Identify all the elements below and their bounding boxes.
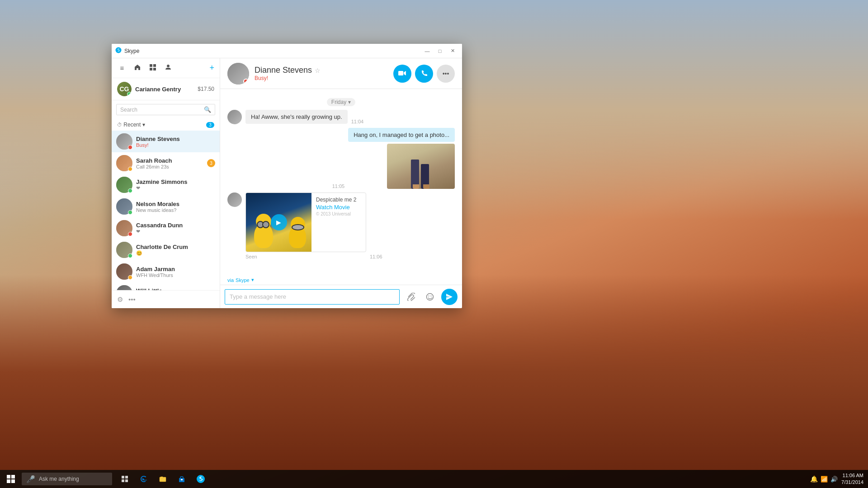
more-options-button[interactable]: ••• (437, 65, 455, 83)
contact-item-adam[interactable]: Adam Jarman WFH Wed/Thurs (112, 261, 220, 282)
contacts-list: Dianne Stevens Busy! Sarah Roach Call 26… (112, 131, 220, 290)
svg-rect-3 (125, 479, 128, 482)
svg-rect-13 (398, 71, 403, 75)
taskbar-search-input[interactable] (39, 476, 102, 482)
svg-point-8 (116, 47, 122, 53)
attach-file-button[interactable] (403, 289, 419, 305)
contact-info-adam: Adam Jarman WFH Wed/Thurs (136, 266, 215, 278)
contact-name: Dianne Stevens (136, 136, 215, 142)
status-busy-dot (128, 232, 132, 236)
status-online-dot (128, 210, 132, 215)
window-controls: — □ ✕ (421, 46, 458, 56)
search-box[interactable]: 🔍 (116, 104, 215, 115)
contact-info-nelson: Nelson Morales New music ideas? (136, 201, 215, 213)
title-bar: Skype — □ ✕ (112, 44, 462, 58)
recent-header[interactable]: ⏱ Recent ▾ 3 (112, 119, 220, 131)
more-options-icon[interactable]: ••• (128, 296, 136, 303)
contact-info-will: Will Little Offline this afternoon (136, 287, 215, 291)
profile-name: Carianne Gentry (135, 86, 194, 93)
contact-item-sarah[interactable]: Sarah Roach Call 26min 23s 3 (112, 152, 220, 174)
home-icon[interactable] (132, 64, 142, 72)
sidebar: ≡ + CG Carianne Gentry $17.50 (112, 58, 220, 308)
recent-label: Recent ▾ (122, 122, 206, 128)
message-input[interactable] (225, 289, 400, 305)
watch-movie-link[interactable]: Watch Movie (316, 204, 361, 211)
svg-rect-12 (153, 68, 156, 70)
play-button[interactable]: ▶ (271, 214, 287, 230)
skype-window: Skype — □ ✕ ≡ + (112, 44, 462, 308)
contact-item-charlotte[interactable]: Charlotte De Crum 😊 (112, 239, 220, 261)
hamburger-menu-icon[interactable]: ≡ (117, 64, 127, 72)
explorer-icon[interactable] (154, 470, 172, 488)
contact-name: Nelson Morales (136, 201, 215, 207)
seen-label: Seen (245, 254, 366, 259)
message-content-2: Hang on, I managed to get a photo... (348, 128, 455, 189)
profile-avatar: CG (117, 82, 132, 96)
video-call-button[interactable] (393, 65, 411, 83)
close-button[interactable]: ✕ (447, 46, 458, 56)
search-mic-icon: 🎤 (26, 475, 35, 483)
contact-avatar-charlotte (116, 242, 132, 258)
photo-attachment[interactable] (387, 144, 455, 189)
add-contact-button[interactable]: + (209, 63, 214, 73)
clock-time: 11:06 AM (841, 472, 863, 479)
taskbar-search-box[interactable]: 🎤 (22, 473, 112, 485)
date-label[interactable]: Friday ▾ (327, 98, 355, 106)
sidebar-profile[interactable]: CG Carianne Gentry $17.50 (112, 78, 220, 100)
svg-rect-11 (150, 68, 152, 70)
movie-info: Despicable me 2 Watch Movie © 2013 Unive… (311, 193, 366, 252)
star-icon[interactable]: ☆ (315, 67, 321, 74)
contact-item-nelson[interactable]: Nelson Morales New music ideas? (112, 196, 220, 217)
settings-icon[interactable]: ⚙ (117, 296, 123, 304)
skype-taskbar-icon[interactable] (192, 470, 210, 488)
svg-point-15 (429, 296, 429, 296)
message-bubble-2: Hang on, I managed to get a photo... (348, 128, 455, 142)
contact-name: Jazmine Simmons (136, 178, 215, 185)
recent-dot-icon: ⏱ (117, 122, 122, 127)
contacts-icon[interactable] (163, 64, 173, 72)
grid-icon[interactable] (148, 64, 158, 72)
svg-rect-10 (153, 64, 156, 67)
notifications-icon[interactable]: 🔔 (810, 475, 818, 483)
network-icon[interactable]: 📶 (821, 476, 828, 483)
maximize-button[interactable]: □ (434, 46, 446, 56)
status-online-dot (128, 188, 132, 193)
search-input[interactable] (120, 107, 201, 113)
minimize-button[interactable]: — (421, 46, 433, 56)
taskbar-clock[interactable]: 11:06 AM 7/31/2014 (841, 472, 863, 486)
send-button[interactable] (441, 289, 458, 305)
movie-card[interactable]: ▶ Despicable me 2 Watch Movie © 2013 Uni… (245, 192, 366, 252)
contact-item-cassandra[interactable]: Cassandra Dunn ❤ (112, 217, 220, 239)
date-separator: Friday ▾ (227, 98, 455, 106)
messages-area[interactable]: Friday ▾ Ha! Awww, she's really growing … (220, 89, 462, 275)
contact-name: Charlotte De Crum (136, 244, 215, 250)
message-row-3: ▶ Despicable me 2 Watch Movie © 2013 Uni… (227, 192, 455, 259)
contact-avatar-jazmine (116, 177, 132, 193)
task-view-icon[interactable] (116, 470, 134, 488)
voice-call-button[interactable] (415, 65, 433, 83)
store-icon[interactable] (173, 470, 191, 488)
taskbar-app-icons (116, 470, 210, 488)
contact-item-will[interactable]: Will Little Offline this afternoon (112, 282, 220, 290)
profile-balance: $17.50 (198, 86, 214, 92)
message-content-3: ▶ Despicable me 2 Watch Movie © 2013 Uni… (245, 192, 366, 259)
message-bubble-1: Ha! Awww, she's really growing up. (245, 110, 348, 124)
svg-rect-4 (160, 477, 166, 482)
chat-contact-status: Busy! (255, 75, 388, 81)
search-icon: 🔍 (204, 106, 211, 113)
message-row-2: Hang on, I managed to get a photo... (227, 128, 455, 189)
contact-status: Call 26min 23s (136, 164, 203, 169)
contact-status: New music ideas? (136, 207, 215, 213)
emoji-button[interactable] (422, 289, 438, 305)
skype-link[interactable]: Skype (236, 277, 250, 283)
contact-item-dianne[interactable]: Dianne Stevens Busy! (112, 131, 220, 152)
edge-icon[interactable] (135, 470, 153, 488)
message-content-1: Ha! Awww, she's really growing up. (245, 110, 348, 124)
recent-badge: 3 (206, 122, 214, 128)
volume-icon[interactable]: 🔊 (830, 476, 838, 483)
contact-status: ❤ (136, 229, 215, 235)
svg-rect-0 (122, 476, 124, 479)
contact-item-jazmine[interactable]: Jazmine Simmons ❤ (112, 174, 220, 196)
contact-status: ❤ (136, 185, 215, 191)
start-button[interactable] (0, 470, 22, 488)
